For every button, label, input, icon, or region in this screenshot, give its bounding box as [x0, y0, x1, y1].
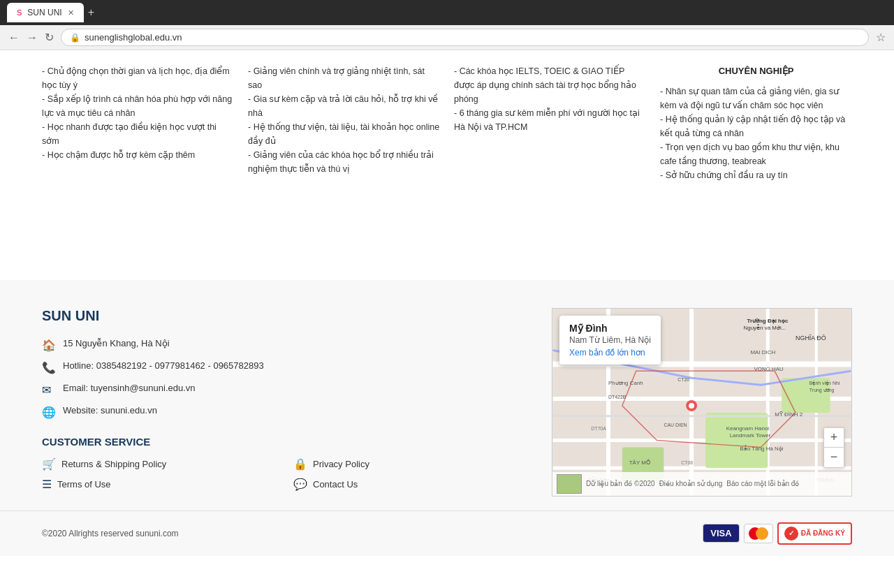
- svg-text:MỸ ĐÌNH 2: MỸ ĐÌNH 2: [775, 411, 803, 418]
- footer-left: SUN UNI 🏠 15 Nguyễn Khang, Hà Nội 📞 Hotl…: [42, 308, 524, 497]
- feature-col-1: - Chủ động chọn thời gian và lịch học, đ…: [42, 64, 234, 182]
- hotline-text: Hotline: 0385482192 - 0977981462 - 09657…: [63, 360, 264, 371]
- terms-of-use-link[interactable]: ☰ Terms of Use: [42, 478, 272, 491]
- svg-text:MAI DICH: MAI DICH: [750, 348, 775, 355]
- hotline-item: 📞 Hotline: 0385482192 - 0977981462 - 096…: [42, 360, 524, 374]
- tab-favicon: S: [17, 8, 22, 17]
- reload-button[interactable]: ↻: [45, 31, 54, 44]
- spacer: [0, 224, 894, 280]
- feature-col-3: - Các khóa học IELTS, TOEIC & GIAO TIẾP …: [454, 64, 646, 182]
- footer-bottom: ©2020 Allrights reserved sununi.com VISA…: [0, 510, 894, 556]
- website-item: 🌐 Website: sununi.edu.vn: [42, 405, 524, 419]
- dangky-text: ĐÃ ĐĂNG KÝ: [801, 529, 845, 537]
- map-attribution-text: Dữ liệu bản đồ ©2020: [586, 480, 655, 487]
- privacy-policy-label: Privacy Policy: [313, 459, 369, 469]
- privacy-policy-link[interactable]: 🔒 Privacy Policy: [293, 457, 524, 471]
- terms-of-use-label: Terms of Use: [57, 479, 111, 490]
- address-item: 🏠 15 Nguyễn Khang, Hà Nội: [42, 338, 524, 352]
- payment-badges: VISA ✓ ĐÃ ĐĂNG KÝ: [703, 522, 852, 545]
- feature-text-2: - Giảng viên chính và trợ giảng nhiệt tì…: [248, 64, 440, 176]
- svg-text:NGHĨA ĐÔ: NGHĨA ĐÔ: [796, 334, 826, 341]
- browser-tab[interactable]: S SUN UNI ✕: [7, 3, 84, 22]
- svg-point-35: [689, 403, 694, 409]
- svg-text:Keangnam Hanoi: Keangnam Hanoi: [726, 425, 770, 432]
- service-links: 🛒 Returns & Shipping Policy 🔒 Privacy Po…: [42, 457, 524, 491]
- map-container[interactable]: NGHĨA ĐÔ VONG HAU Bệnh viện Nhi Trung ươ…: [552, 308, 852, 497]
- svg-text:Bệnh viện Nhi: Bệnh viện Nhi: [809, 381, 840, 386]
- contact-us-label: Contact Us: [313, 479, 358, 490]
- tab-close-button[interactable]: ✕: [68, 8, 74, 17]
- map-popup: Mỹ Đình Nam Từ Liêm, Hà Nội Xem bản đồ l…: [559, 316, 661, 365]
- zoom-out-button[interactable]: −: [824, 448, 844, 467]
- map-thumbnail: [557, 474, 582, 494]
- map-popup-title: Mỹ Đình: [569, 323, 651, 334]
- phone-icon: 📞: [42, 361, 56, 374]
- svg-text:TÂY MỒ: TÂY MỒ: [629, 459, 650, 466]
- svg-text:DT422B: DT422B: [608, 395, 626, 399]
- svg-text:Trung ương: Trung ương: [809, 388, 835, 393]
- mastercard-orange-circle: [756, 527, 768, 540]
- svg-text:CT08: CT08: [681, 460, 693, 465]
- footer-brand: SUN UNI: [42, 308, 524, 324]
- map-attribution: Dữ liệu bản đồ ©2020 Điều khoản sử dụng …: [552, 472, 851, 496]
- feature-col-2: - Giảng viên chính và trợ giảng nhiệt tì…: [248, 64, 440, 182]
- mastercard-badge: [744, 524, 773, 543]
- svg-text:CAU DIEN: CAU DIEN: [664, 422, 687, 427]
- features-section: - Chủ động chọn thời gian và lịch học, đ…: [0, 50, 894, 224]
- browser-nav: ← → ↻ 🔒 sunenglishglobal.edu.vn ☆: [0, 25, 894, 50]
- list-icon: ☰: [42, 478, 52, 491]
- copyright-text: ©2020 Allrights reserved sununi.com: [42, 529, 179, 538]
- map-report[interactable]: Báo cáo một lỗi bản đồ: [726, 480, 799, 487]
- returns-shipping-label: Returns & Shipping Policy: [61, 459, 166, 469]
- forward-button[interactable]: →: [27, 31, 38, 44]
- map-terms[interactable]: Điều khoản sử dụng: [659, 480, 723, 487]
- dangky-badge: ✓ ĐÃ ĐĂNG KÝ: [777, 522, 852, 545]
- tab-bar: S SUN UNI ✕ +: [7, 3, 94, 22]
- returns-shipping-link[interactable]: 🛒 Returns & Shipping Policy: [42, 457, 272, 471]
- cart-icon: 🛒: [42, 457, 56, 471]
- bookmark-button[interactable]: ☆: [876, 31, 886, 44]
- feature-text-3: - Các khóa học IELTS, TOEIC & GIAO TIẾP …: [454, 64, 646, 134]
- feature-col-4: CHUYÊN NGHIỆP - Nhân sự quan tâm của cả …: [660, 64, 852, 182]
- footer-main: SUN UNI 🏠 15 Nguyễn Khang, Hà Nội 📞 Hotl…: [0, 280, 894, 510]
- address-text: 15 Nguyễn Khang, Hà Nội: [63, 338, 170, 348]
- website-text: Website: sununi.edu.vn: [63, 405, 157, 416]
- svg-text:Landmark Tower: Landmark Tower: [730, 432, 771, 438]
- back-button[interactable]: ←: [8, 31, 20, 44]
- address-bar[interactable]: 🔒 sunenglishglobal.edu.vn: [61, 29, 869, 46]
- footer-map: NGHĨA ĐÔ VONG HAU Bệnh viện Nhi Trung ươ…: [552, 308, 852, 497]
- browser-chrome: S SUN UNI ✕ +: [0, 0, 894, 25]
- customer-service-title: CUSTOMER SERVICE: [42, 436, 524, 448]
- footer-contact-items: 🏠 15 Nguyễn Khang, Hà Nội 📞 Hotline: 038…: [42, 338, 524, 419]
- url-text: sunenglishglobal.edu.vn: [85, 32, 182, 43]
- chat-icon: 💬: [293, 478, 307, 491]
- globe-icon: 🌐: [42, 406, 56, 419]
- email-icon: ✉: [42, 383, 56, 397]
- email-text: Email: tuyensinh@sununi.edu.vn: [63, 383, 196, 393]
- svg-text:Nguyễn và Mới...: Nguyễn và Mới...: [744, 324, 786, 331]
- visa-badge: VISA: [703, 524, 739, 543]
- page-content: - Chủ động chọn thời gian và lịch học, đ…: [0, 50, 894, 588]
- tab-title: SUN UNI: [27, 8, 61, 17]
- new-tab-button[interactable]: +: [88, 6, 94, 19]
- zoom-in-button[interactable]: +: [824, 428, 844, 448]
- map-popup-subtitle: Nam Từ Liêm, Hà Nội: [569, 335, 651, 345]
- map-zoom-controls: + −: [823, 427, 844, 468]
- svg-rect-9: [705, 413, 768, 468]
- email-item: ✉ Email: tuyensinh@sununi.edu.vn: [42, 383, 524, 397]
- feature-text-1: - Chủ động chọn thời gian và lịch học, đ…: [42, 64, 234, 162]
- svg-text:VONG HAU: VONG HAU: [754, 366, 784, 372]
- svg-text:Bảo Tàng Hà Nội: Bảo Tàng Hà Nội: [740, 445, 784, 452]
- lock-icon: 🔒: [293, 457, 307, 471]
- lock-icon: 🔒: [70, 33, 80, 43]
- contact-us-link[interactable]: 💬 Contact Us: [293, 478, 524, 491]
- map-popup-link[interactable]: Xem bản đồ lớn hơn: [569, 348, 651, 358]
- feature-text-4: - Nhân sự quan tâm của cả giảng viên, gi…: [660, 84, 852, 182]
- svg-text:Trường Đại học: Trường Đại học: [747, 318, 789, 324]
- svg-text:CT20: CT20: [677, 377, 689, 382]
- svg-text:DT70A: DT70A: [591, 426, 606, 431]
- address-icon: 🏠: [42, 339, 56, 352]
- svg-text:Phương Canh: Phương Canh: [608, 380, 643, 386]
- feature-title-4: CHUYÊN NGHIỆP: [660, 64, 852, 79]
- dangky-icon: ✓: [784, 527, 798, 541]
